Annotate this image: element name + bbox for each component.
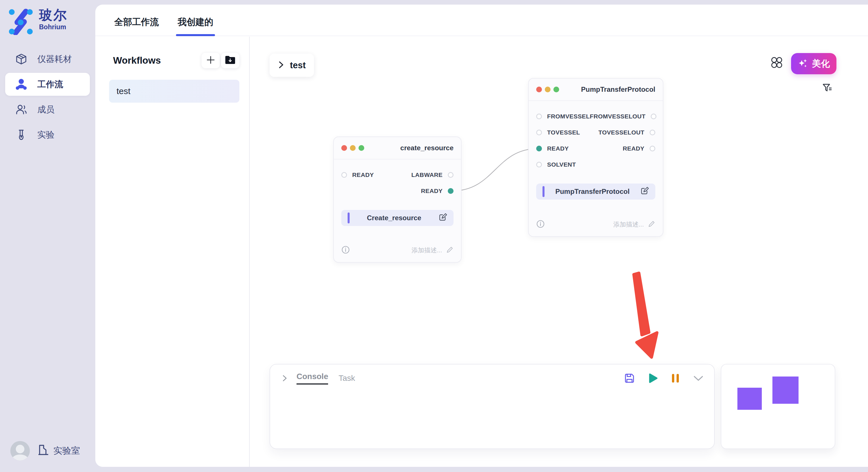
beautify-button[interactable]: 美化 <box>791 53 836 74</box>
sidebar-item-workflow[interactable]: 工作流 <box>5 73 90 96</box>
main-panel: 全部工作流 我创建的 Workflows <box>95 5 868 467</box>
action-accent-bar <box>348 212 350 224</box>
port-in-ready[interactable]: READY <box>341 171 374 178</box>
workflow-icon <box>15 78 28 91</box>
console-collapse-button[interactable] <box>282 374 288 382</box>
port-out-fromvesselout[interactable]: FROMVESSELOUT <box>590 113 656 120</box>
port-in-fromvessel[interactable]: FROMVESSEL <box>536 113 590 120</box>
command-palette-button[interactable] <box>770 56 784 70</box>
edit-square-icon[interactable] <box>439 213 447 223</box>
beautify-label: 美化 <box>812 58 830 70</box>
edit-square-icon[interactable] <box>640 187 649 196</box>
traffic-green-icon <box>359 145 364 151</box>
pencil-icon[interactable] <box>648 220 655 229</box>
instruments-box-icon <box>15 53 28 65</box>
filter-funnel-icon <box>822 89 832 94</box>
brand-name-zh: 玻尔 <box>39 7 68 23</box>
node-title: create_resource <box>400 144 454 152</box>
add-workflow-button[interactable] <box>202 53 220 68</box>
minimap-node-create-resource <box>737 388 762 410</box>
node-header: PumpTransferProtocol <box>529 78 663 101</box>
port-dot[interactable] <box>448 172 454 178</box>
sidebar-item-label: 成员 <box>37 104 55 115</box>
tab-my-created[interactable]: 我创建的 <box>178 16 213 36</box>
node-pump-transfer-protocol[interactable]: PumpTransferProtocol FROMVESSEL FROMVESS… <box>528 78 663 237</box>
port-in-ready[interactable]: READY <box>536 145 569 152</box>
bohrium-logo-icon <box>9 7 33 36</box>
port-out-ready[interactable]: READY <box>623 145 655 152</box>
workflows-panel: Workflows <box>95 37 250 467</box>
port-dot-connected[interactable] <box>536 146 542 151</box>
node-create-resource[interactable]: create_resource READY LABWARE <box>333 136 462 263</box>
traffic-green-icon <box>553 87 559 92</box>
sidebar-nav: 仪器耗材 工作流 成员 <box>5 47 90 146</box>
command-icon <box>770 56 783 70</box>
traffic-red-icon <box>341 145 347 151</box>
traffic-light-icons <box>341 145 364 151</box>
minimap[interactable] <box>721 364 835 449</box>
description-placeholder[interactable]: 添加描述... <box>613 220 644 229</box>
user-avatar[interactable] <box>10 441 30 461</box>
node-title: PumpTransferProtocol <box>581 86 655 94</box>
sidebar-item-experiment[interactable]: 实验 <box>5 123 90 146</box>
brand-logo: 玻尔 Bohrium <box>9 7 68 36</box>
sidebar-item-instruments[interactable]: 仪器耗材 <box>5 47 90 71</box>
filter-button[interactable] <box>822 83 834 94</box>
sidebar: 玻尔 Bohrium 仪器耗材 <box>0 0 95 472</box>
workflow-tabbar: 全部工作流 我创建的 <box>95 5 868 36</box>
port-dot[interactable] <box>650 146 655 151</box>
port-in-solvent[interactable]: SOLVENT <box>536 161 576 168</box>
console-panel: Console Task <box>270 364 715 449</box>
action-accent-bar <box>542 186 545 197</box>
canvas-breadcrumb[interactable]: test <box>270 54 314 77</box>
port-dot[interactable] <box>651 113 656 119</box>
sidebar-item-members[interactable]: 成员 <box>5 98 90 121</box>
sidebar-item-label: 仪器耗材 <box>37 53 72 65</box>
port-dot[interactable] <box>536 130 542 135</box>
description-placeholder[interactable]: 添加描述... <box>412 246 442 255</box>
port-dot-connected[interactable] <box>448 188 454 194</box>
info-icon[interactable] <box>341 245 350 255</box>
traffic-red-icon <box>536 87 542 92</box>
port-out-tovesselout[interactable]: TOVESSELOUT <box>598 129 655 136</box>
breadcrumb-label: test <box>290 60 306 71</box>
traffic-yellow-icon <box>350 145 355 151</box>
sparkles-icon <box>798 58 808 69</box>
task-tab[interactable]: Task <box>338 374 355 383</box>
members-icon <box>15 103 28 116</box>
traffic-light-icons <box>536 87 559 92</box>
sidebar-item-label: 工作流 <box>37 78 63 90</box>
tab-all-workflows[interactable]: 全部工作流 <box>114 16 159 36</box>
folder-import-icon <box>225 55 236 66</box>
workflows-title: Workflows <box>113 55 161 66</box>
port-dot[interactable] <box>536 113 542 119</box>
brand-name-en: Bohrium <box>39 23 68 31</box>
building-icon <box>37 444 49 458</box>
pause-button[interactable] <box>671 373 680 383</box>
save-button[interactable] <box>624 373 635 384</box>
port-in-tovessel[interactable]: TOVESSEL <box>536 129 580 136</box>
info-icon[interactable] <box>536 220 545 229</box>
node-action-pump-transfer[interactable]: PumpTransferProtocol <box>536 183 655 200</box>
workflow-canvas[interactable]: test 美化 <box>250 37 868 467</box>
import-workflow-button[interactable] <box>221 53 239 68</box>
experiment-icon <box>15 129 28 141</box>
workflow-list-item-test[interactable]: test <box>109 80 239 103</box>
port-out-ready[interactable]: READY <box>421 188 454 194</box>
minimap-node-pump-transfer <box>772 376 799 404</box>
pencil-icon[interactable] <box>446 246 454 255</box>
node-action-create-resource[interactable]: Create_resource <box>341 210 454 226</box>
console-tab[interactable]: Console <box>297 372 328 384</box>
chevron-right-icon <box>278 61 284 70</box>
node-header: create_resource <box>334 137 461 160</box>
sidebar-item-label: 实验 <box>37 129 55 141</box>
run-button[interactable] <box>648 373 658 383</box>
port-dot[interactable] <box>650 130 655 135</box>
chevron-down-icon[interactable] <box>693 375 704 382</box>
sidebar-footer: 实验室 <box>10 441 80 461</box>
port-dot[interactable] <box>341 172 347 178</box>
lab-label: 实验室 <box>53 445 80 457</box>
port-dot[interactable] <box>536 162 542 167</box>
lab-switcher[interactable]: 实验室 <box>37 444 80 458</box>
port-out-labware[interactable]: LABWARE <box>411 171 454 178</box>
